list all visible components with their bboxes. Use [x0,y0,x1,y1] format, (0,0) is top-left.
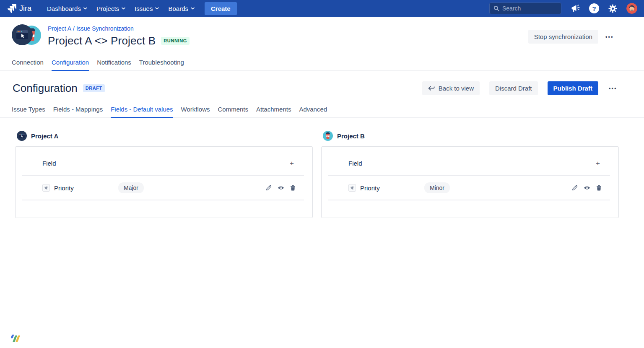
nav-boards[interactable]: Boards [164,0,199,17]
breadcrumb-separator: / [71,25,76,32]
user-avatar[interactable] [626,3,637,14]
configuration-more-button[interactable]: ••• [608,84,618,93]
project-a-header: Project A [15,131,313,141]
discard-draft-button[interactable]: Discard Draft [489,81,538,95]
tab-connection[interactable]: Connection [12,59,44,71]
breadcrumb-project-a-link[interactable]: Project A [48,25,71,32]
project-a-column: Project A Field + Priority Major [15,131,313,218]
subtab-workflows[interactable]: Workflows [181,106,210,118]
delete-trash-icon[interactable] [290,185,296,191]
default-value-chip: Major [118,182,144,193]
project-b-column: Project B Field + Priority Minor [321,131,619,218]
default-values-columns: Project A Field + Priority Major [0,131,644,218]
help-icon[interactable]: ? [589,3,599,13]
connection-title: Project A <> Project B [48,34,156,47]
tab-troubleshooting[interactable]: Troubleshooting [139,59,184,71]
table-row: Priority Minor [328,176,610,200]
field-column-label: Field [348,160,362,167]
running-status-badge: RUNNING [161,37,190,45]
nav-projects-label: Projects [96,5,119,12]
jira-mark-icon [8,4,16,13]
configuration-tabs: Issue Types Fields - Mappings Fields - D… [0,106,644,118]
project-a-avatar-small [17,131,27,141]
search-icon [493,5,499,11]
return-arrow-icon [428,86,435,91]
default-value-chip: Minor [424,182,450,193]
subtab-fields-default-values[interactable]: Fields - Default values [111,106,173,118]
priority-field-icon [42,184,50,192]
breadcrumb: Project A/Issue Synchronization [48,25,190,32]
edit-pencil-icon[interactable] [266,185,272,191]
settings-gear-icon[interactable] [608,4,618,13]
search-input[interactable] [502,5,553,12]
chevron-down-icon [191,7,195,10]
subtab-issue-types[interactable]: Issue Types [12,106,45,118]
subtab-comments[interactable]: Comments [218,106,248,118]
nav-dashboards-label: Dashboards [47,5,81,12]
project-a-avatar [12,24,33,47]
priority-field-icon [348,184,356,192]
project-a-name: Project A [31,132,58,140]
configuration-header: Configuration DRAFT Back to view Discard… [0,81,644,95]
project-b-avatar-small [323,131,333,141]
visibility-eye-icon[interactable] [584,185,590,190]
project-b-field-column-header: Field + [328,147,610,176]
announcements-icon[interactable] [570,4,580,13]
project-a-field-column-header: Field + [22,147,304,176]
edit-pencil-icon[interactable] [572,185,578,191]
tab-notifications[interactable]: Notifications [97,59,131,71]
brand-name: Jira [19,4,31,13]
subtab-attachments[interactable]: Attachments [256,106,291,118]
project-b-name: Project B [337,132,365,140]
table-row: Priority Major [22,176,304,200]
search-box[interactable] [489,3,561,14]
back-to-view-label: Back to view [439,85,474,92]
header-more-button[interactable]: ••• [605,32,615,42]
subtab-fields-mappings[interactable]: Fields - Mappings [53,106,103,118]
chevron-down-icon [122,7,125,10]
question-glyph: ? [592,5,596,12]
project-b-fields-panel: Field + Priority Minor [321,146,619,218]
field-name: Priority [54,184,118,192]
project-a-fields-panel: Field + Priority Major [15,146,313,218]
back-to-view-button[interactable]: Back to view [422,81,480,95]
connection-tabs: Connection Configuration Notifications T… [0,59,644,71]
configuration-title: Configuration [13,82,78,95]
visibility-eye-icon[interactable] [278,185,284,190]
create-button[interactable]: Create [205,2,237,15]
publish-draft-button[interactable]: Publish Draft [548,81,598,95]
nav-issues[interactable]: Issues [130,0,164,17]
field-column-label: Field [42,160,56,167]
nav-dashboards[interactable]: Dashboards [42,0,92,17]
field-name: Priority [360,184,424,192]
add-field-button[interactable]: + [288,159,296,168]
project-b-header: Project B [321,131,619,141]
chevron-down-icon [83,7,87,10]
connection-avatars [12,24,41,46]
nav-projects[interactable]: Projects [92,0,130,17]
top-navbar: Jira Dashboards Projects Issues Boards C… [0,0,644,17]
chevron-down-icon [155,7,159,10]
draft-badge: DRAFT [83,84,105,92]
subtab-advanced[interactable]: Advanced [299,106,327,118]
breadcrumb-issue-sync-link[interactable]: Issue Synchronization [76,25,134,32]
nav-boards-label: Boards [168,5,188,12]
connection-header: Project A/Issue Synchronization Project … [0,17,644,47]
sync-app-logo [10,335,21,343]
jira-logo[interactable]: Jira [8,4,31,13]
stop-synchronization-button[interactable]: Stop synchronization [528,30,598,44]
add-field-button[interactable]: + [594,159,602,168]
tab-configuration[interactable]: Configuration [52,59,89,71]
delete-trash-icon[interactable] [596,185,602,191]
nav-issues-label: Issues [135,5,153,12]
